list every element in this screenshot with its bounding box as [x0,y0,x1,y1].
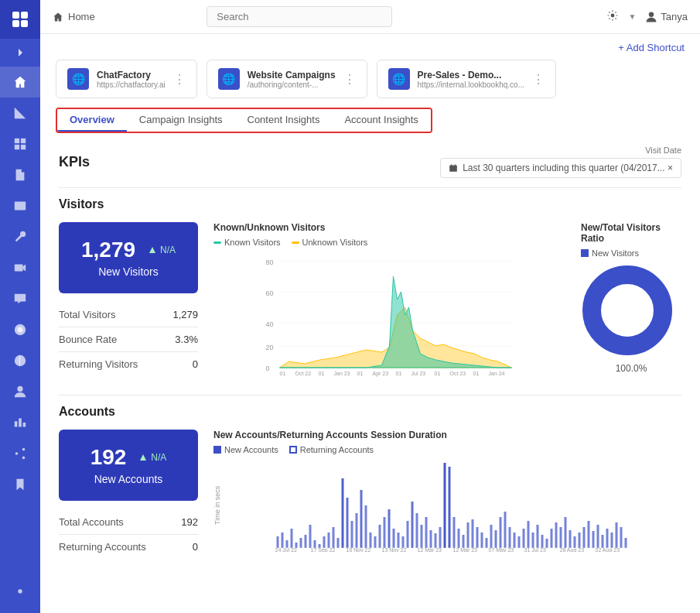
accounts-chart-container: New Accounts/Returning Accounts Session … [213,430,681,552]
svg-rect-0 [12,12,19,19]
sidebar-item-analytics[interactable] [0,407,40,438]
tab-content-insights[interactable]: Content Insights [235,109,333,132]
dashboard: KPIs Visit Date Last 30 quarters includi… [40,146,700,593]
sidebar-item-target[interactable] [0,314,40,345]
svg-point-16 [15,452,19,455]
visitors-line-svg: 80 60 40 20 0 [213,253,565,377]
sidebar-item-grid[interactable] [0,128,40,159]
sidebar-item-tools[interactable] [0,221,40,252]
svg-rect-123 [625,538,627,548]
stat-total-accounts: Total Accounts 192 [59,510,198,535]
svg-rect-116 [592,531,595,548]
svg-rect-122 [620,527,623,548]
tab-account-insights[interactable]: Account Insights [332,109,430,132]
sidebar-item-globe[interactable] [0,345,40,376]
donut-legend-label: New Visitors [592,248,639,258]
settings-dropdown-arrow[interactable]: ▼ [628,12,636,21]
svg-rect-66 [360,490,363,548]
sidebar-item-doc[interactable] [0,159,40,190]
donut-title: New/Total Visitors Ratio [581,222,681,244]
svg-rect-104 [537,525,539,548]
svg-text:Apr 23: Apr 23 [373,371,389,377]
svg-text:Oct 22: Oct 22 [295,371,312,376]
legend-known: Known Visitors [213,238,281,247]
svg-rect-79 [421,525,423,548]
sidebar-item-chart[interactable] [0,98,40,128]
svg-text:28 Aug 23: 28 Aug 23 [560,547,585,552]
tab-overview[interactable]: Overview [57,109,127,132]
svg-point-20 [649,12,654,16]
svg-point-17 [22,457,26,460]
svg-text:60: 60 [266,289,274,297]
svg-rect-3 [21,20,28,27]
sidebar-item-user[interactable] [0,376,40,407]
shortcut-menu-1[interactable]: ⋮ [343,72,356,87]
svg-point-14 [17,386,22,392]
svg-rect-63 [347,498,349,548]
visitors-section: Visitors 1,279 N/A [59,197,681,379]
svg-rect-48 [277,536,279,548]
shortcut-menu-2[interactable]: ⋮ [532,72,545,87]
svg-rect-80 [425,517,428,548]
svg-rect-94 [490,525,493,548]
svg-rect-73 [393,529,395,548]
tabs-row: Overview Campaign Insights Content Insig… [56,108,432,133]
svg-rect-95 [495,530,497,548]
svg-rect-119 [606,529,609,548]
user-menu[interactable]: Tanya [645,11,688,23]
settings-icon[interactable] [606,9,619,24]
svg-marker-33 [280,276,512,368]
shortcut-url-0: https://chatfactory.ai [97,80,166,89]
sidebar-item-settings[interactable] [0,576,40,607]
accounts-bar-svg: 24 Jul 22 17 Sep 22 16 Nov 22 13 Nov 22 … [224,459,681,552]
shortcut-menu-0[interactable]: ⋮ [173,72,186,87]
svg-rect-65 [356,513,358,548]
accounts-card-row: 192 N/A [74,445,183,470]
svg-text:13 Nov 22: 13 Nov 22 [382,547,407,552]
svg-rect-8 [15,202,26,211]
svg-rect-115 [588,521,590,548]
home-label: Home [68,11,95,22]
accounts-section: Accounts 192 N/A [59,405,681,559]
shortcut-info-1: Website Campaigns /authoring/content-... [248,70,336,89]
sidebar-item-share[interactable] [0,438,40,469]
svg-point-15 [22,448,26,451]
svg-text:12 Mar 23: 12 Mar 23 [453,547,478,552]
svg-rect-121 [616,522,618,548]
add-shortcut-button[interactable]: + Add Shortcut [618,42,685,53]
sidebar-item-chat[interactable] [0,283,40,314]
topnav: Home ▼ Tanya [40,0,700,34]
sidebar-item-home[interactable] [0,67,40,98]
legend-unknown: Unknown Visitors [292,238,368,247]
sidebar-item-video[interactable] [0,252,40,283]
shortcut-card-2[interactable]: 🌐 Pre-Sales - Demo... https://internal.l… [377,60,556,98]
svg-rect-53 [300,538,302,548]
shortcut-card-1[interactable]: 🌐 Website Campaigns /authoring/content-.… [207,60,367,98]
app-logo[interactable] [0,0,40,39]
shortcut-cards: 🌐 ChatFactory https://chatfactory.ai ⋮ 🌐… [40,53,700,108]
legend-unknown-dot [292,241,299,244]
svg-rect-101 [523,529,525,548]
visitors-value: 1,279 [81,238,135,262]
kpis-title: KPIs [59,154,90,170]
sidebar [0,0,40,613]
svg-rect-84 [444,463,446,548]
accounts-title: Accounts [59,405,681,419]
visit-date-filter[interactable]: Last 30 quarters including this quarter … [440,158,681,178]
tab-campaign-insights[interactable]: Campaign Insights [127,109,235,132]
shortcut-info-2: Pre-Sales - Demo... https://internal.loo… [418,70,524,89]
sidebar-item-film[interactable] [0,190,40,221]
accounts-metrics-row: 192 N/A New Accounts To [59,430,681,559]
svg-rect-60 [333,527,335,548]
svg-text:80: 80 [266,259,274,266]
svg-text:01: 01 [396,371,402,376]
sidebar-item-bookmark[interactable] [0,469,40,500]
stat-returning-visitors: Returning Visitors 0 [59,352,198,376]
shortcut-card-0[interactable]: 🌐 ChatFactory https://chatfactory.ai ⋮ [56,60,197,98]
visitors-title: Visitors [59,197,681,211]
sidebar-toggle[interactable] [0,39,40,67]
search-input[interactable] [207,6,392,27]
svg-rect-49 [282,533,284,548]
svg-text:01: 01 [280,371,286,376]
svg-text:01: 01 [357,371,364,376]
